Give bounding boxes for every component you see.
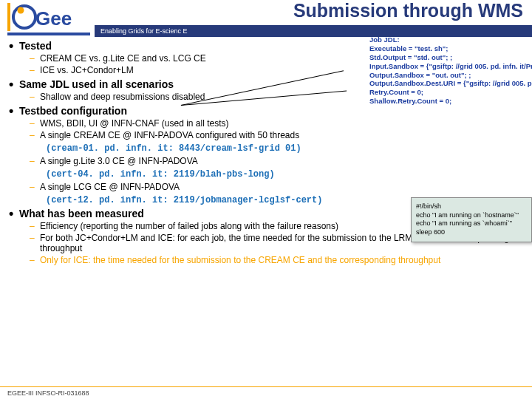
sh-line: #!/bin/sh bbox=[416, 202, 527, 211]
svg-point-1 bbox=[13, 6, 35, 28]
svg-rect-4 bbox=[7, 33, 90, 35]
jdl-line: Job JDL: bbox=[369, 35, 532, 44]
header: Gee Submission through WMS Enabling Grid… bbox=[0, 0, 532, 38]
svg-text:Gee: Gee bbox=[35, 7, 72, 30]
egee-logo: Gee bbox=[7, 3, 90, 37]
sh-line: echo "I am running as `whoami`" bbox=[416, 219, 527, 228]
slide: Gee Submission through WMS Enabling Grid… bbox=[0, 0, 532, 399]
jdl-line: Executable = "test. sh"; bbox=[369, 44, 532, 53]
sub-item: WMS, BDII, UI @ INFN-CNAF (used in all t… bbox=[9, 118, 523, 129]
jdl-line: Std.Output = "std. out"; ; bbox=[369, 53, 532, 62]
sub-item: A single CREAM CE @ INFN-PADOVA configur… bbox=[9, 130, 523, 140]
sub-item: A single LCG CE @ INFN-PADOVA bbox=[9, 182, 523, 192]
sub-item: Only for ICE: the time needed for the su… bbox=[9, 255, 523, 265]
jdl-box: Job JDL: Executable = "test. sh"; Std.Ou… bbox=[369, 35, 532, 106]
svg-point-2 bbox=[18, 7, 24, 14]
jdl-line: Shallow.Retry.Count = 0; bbox=[369, 97, 532, 106]
jdl-line: Retry.Count = 0; bbox=[369, 88, 532, 97]
footer: EGEE-III INFSO-RI-031688 bbox=[0, 386, 532, 399]
sh-line: sleep 600 bbox=[416, 228, 527, 237]
code-line: (cert-04. pd. infn. it: 2119/blah-pbs-lo… bbox=[46, 169, 523, 180]
svg-rect-0 bbox=[7, 3, 10, 31]
sub-item: A single g.Lite 3.0 CE @ INFN-PADOVA bbox=[9, 156, 523, 166]
slide-title: Submission through WMS bbox=[293, 0, 523, 21]
code-line: (cream-01. pd. infn. it: 8443/cream-lsf-… bbox=[46, 143, 523, 154]
shell-script-box: #!/bin/sh echo "I am running on `hostnam… bbox=[411, 197, 532, 242]
jdl-line: Output.Sandbox = "out. out"; ; bbox=[369, 71, 532, 80]
sh-line: echo "I am running on `hostname`" bbox=[416, 211, 527, 220]
jdl-line: Output.Sandbox.Dest.URI = {"gsiftp: //gr… bbox=[369, 79, 532, 88]
jdl-line: Input.Sandbox = {"gsiftp: //grid 005. pd… bbox=[369, 62, 532, 71]
bullet-testbed: Testbed configuration bbox=[9, 105, 523, 117]
